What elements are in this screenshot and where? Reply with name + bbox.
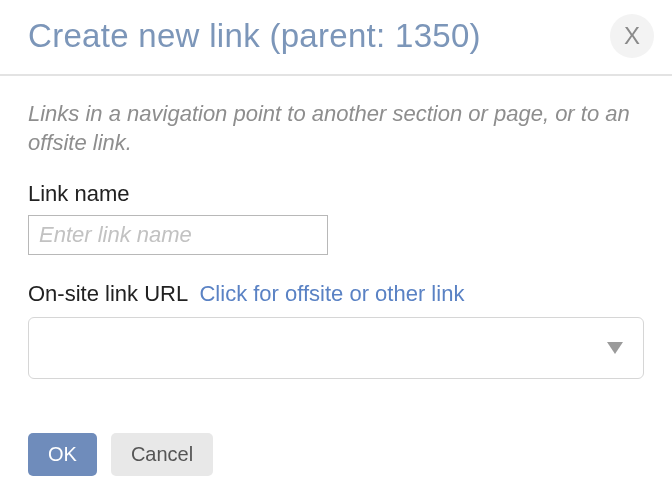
url-select[interactable] — [28, 317, 644, 379]
svg-marker-0 — [607, 342, 623, 354]
dialog-footer: OK Cancel — [0, 417, 672, 500]
link-name-label: Link name — [28, 181, 644, 207]
url-label-row: On-site link URL Click for offsite or ot… — [28, 281, 644, 307]
chevron-down-icon — [607, 342, 623, 354]
dialog-body: Links in a navigation point to another s… — [0, 76, 672, 417]
offsite-link[interactable]: Click for offsite or other link — [199, 281, 464, 306]
ok-button[interactable]: OK — [28, 433, 97, 476]
cancel-button[interactable]: Cancel — [111, 433, 213, 476]
dialog-title: Create new link (parent: 1350) — [28, 17, 481, 55]
dialog-description: Links in a navigation point to another s… — [28, 100, 644, 157]
close-button[interactable]: X — [610, 14, 654, 58]
url-label: On-site link URL — [28, 281, 187, 306]
close-icon: X — [624, 24, 640, 48]
create-link-dialog: Create new link (parent: 1350) X Links i… — [0, 0, 672, 500]
link-name-input[interactable] — [28, 215, 328, 255]
dialog-header: Create new link (parent: 1350) X — [0, 0, 672, 76]
